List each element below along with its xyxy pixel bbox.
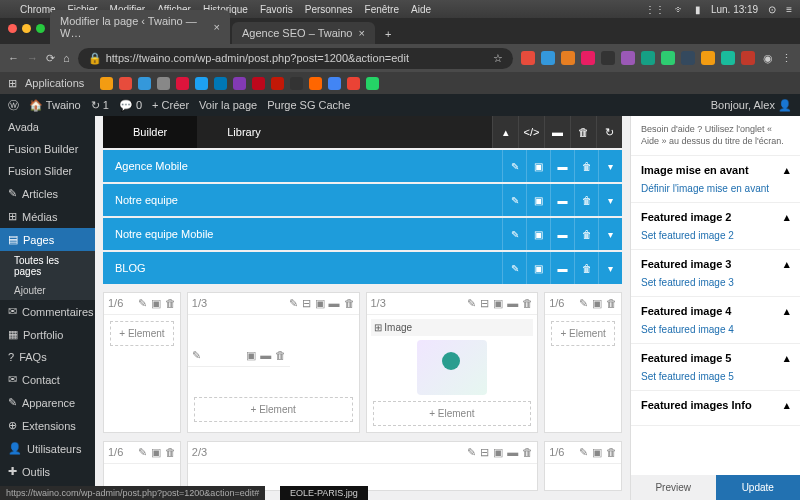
- siri-icon[interactable]: ≡: [786, 4, 792, 15]
- browser-tab[interactable]: Agence SEO – Twaino×: [232, 22, 375, 44]
- sidebar-item[interactable]: ✎Articles: [0, 182, 95, 205]
- box-title[interactable]: Featured image 5▴: [641, 352, 790, 365]
- box-title[interactable]: Featured image 4▴: [641, 305, 790, 318]
- new-link[interactable]: + Créer: [152, 99, 189, 111]
- new-tab-button[interactable]: +: [377, 24, 399, 44]
- set-image-link[interactable]: Set featured image 2: [641, 230, 734, 241]
- sidebar-item[interactable]: Fusion Builder: [0, 138, 95, 160]
- builder-row[interactable]: Notre equipe✎▣▬🗑▾: [103, 184, 622, 216]
- tab-builder[interactable]: Builder: [103, 116, 197, 148]
- builder-row[interactable]: Agence Mobile✎▣▬🗑▾: [103, 150, 622, 182]
- menu-item[interactable]: Aide: [411, 4, 431, 15]
- ext-icon[interactable]: [621, 51, 635, 65]
- browser-tab[interactable]: Modifier la page ‹ Twaino — W…×: [50, 10, 230, 44]
- toggle-icon[interactable]: ▾: [598, 218, 622, 250]
- clone-icon[interactable]: ▣: [315, 297, 325, 310]
- trash-icon[interactable]: 🗑: [344, 297, 355, 310]
- sidebar-item[interactable]: ?FAQs: [0, 346, 95, 368]
- trash-icon[interactable]: 🗑: [606, 297, 617, 310]
- star-icon[interactable]: ☆: [493, 52, 503, 65]
- set-image-link[interactable]: Set featured image 3: [641, 277, 734, 288]
- ext-icon[interactable]: [661, 51, 675, 65]
- clone-icon[interactable]: ▣: [526, 218, 550, 250]
- purge-cache-link[interactable]: Purge SG Cache: [267, 99, 350, 111]
- trash-icon[interactable]: 🗑: [165, 297, 176, 310]
- ext-icon[interactable]: [581, 51, 595, 65]
- save-icon[interactable]: ▬: [550, 252, 574, 284]
- add-element-button[interactable]: + Element: [110, 321, 174, 346]
- bookmark-icon[interactable]: [233, 77, 246, 90]
- wifi-icon[interactable]: ᯤ: [675, 4, 685, 15]
- image-element[interactable]: ⊞ Image: [371, 319, 534, 336]
- box-title[interactable]: Featured image 2▴: [641, 211, 790, 224]
- box-title[interactable]: Featured image 3▴: [641, 258, 790, 271]
- ext-icon[interactable]: [741, 51, 755, 65]
- tab-library[interactable]: Library: [197, 116, 291, 148]
- resize-icon[interactable]: ⊟: [480, 446, 489, 459]
- save-icon[interactable]: ▬: [260, 349, 271, 362]
- bookmark-icon[interactable]: [176, 77, 189, 90]
- bookmark-icon[interactable]: [347, 77, 360, 90]
- bookmarks-label[interactable]: Applications: [25, 77, 84, 89]
- chevron-up-icon[interactable]: ▴: [784, 305, 790, 318]
- column[interactable]: 2/3✎⊟▣▬🗑: [187, 441, 538, 491]
- close-tab-icon[interactable]: ×: [214, 21, 220, 33]
- add-element-button[interactable]: + Element: [194, 397, 353, 422]
- column[interactable]: 1/3✎⊟▣▬🗑 ✎▣▬🗑 + Element: [187, 292, 360, 433]
- reload-button[interactable]: ⟳: [46, 52, 55, 65]
- close-window-icon[interactable]: [8, 24, 17, 33]
- sidebar-item[interactable]: Avada: [0, 116, 95, 138]
- sidebar-item[interactable]: Ajouter: [0, 281, 95, 300]
- chevron-up-icon[interactable]: ▴: [784, 399, 790, 412]
- sidebar-item[interactable]: ⊕Extensions: [0, 414, 95, 437]
- edit-icon[interactable]: ✎: [502, 252, 526, 284]
- back-button[interactable]: ←: [8, 52, 19, 64]
- clone-icon[interactable]: ▣: [493, 297, 503, 310]
- sidebar-item[interactable]: ▤Pages: [0, 228, 95, 251]
- trash-icon[interactable]: 🗑: [275, 349, 286, 362]
- edit-icon[interactable]: ✎: [502, 184, 526, 216]
- sidebar-item[interactable]: ✎Apparence: [0, 391, 95, 414]
- clone-icon[interactable]: ▣: [526, 184, 550, 216]
- edit-icon[interactable]: ✎: [579, 446, 588, 459]
- builder-row[interactable]: Notre equipe Mobile✎▣▬🗑▾: [103, 218, 622, 250]
- menu-icon[interactable]: ⋮: [781, 52, 792, 65]
- update-button[interactable]: Update: [716, 475, 801, 500]
- maximize-window-icon[interactable]: [36, 24, 45, 33]
- builder-row[interactable]: BLOG✎▣▬🗑▾: [103, 252, 622, 284]
- chevron-up-icon[interactable]: ▴: [784, 258, 790, 271]
- edit-icon[interactable]: ✎: [502, 150, 526, 182]
- box-title[interactable]: Featured images Info▴: [641, 399, 790, 412]
- toggle-icon[interactable]: ▾: [598, 150, 622, 182]
- view-page-link[interactable]: Voir la page: [199, 99, 257, 111]
- sidebar-item[interactable]: ▦Portfolio: [0, 323, 95, 346]
- edit-icon[interactable]: ✎: [289, 297, 298, 310]
- column[interactable]: 1/6✎▣🗑: [544, 441, 622, 491]
- sidebar-item[interactable]: ✉Commentaires: [0, 300, 95, 323]
- save-icon[interactable]: ▬: [544, 116, 570, 148]
- greeting[interactable]: Bonjour, Alex 👤: [711, 99, 792, 112]
- home-button[interactable]: ⌂: [63, 52, 70, 64]
- trash-icon[interactable]: 🗑: [522, 297, 533, 310]
- add-element-button[interactable]: + Element: [373, 401, 532, 426]
- bookmark-icon[interactable]: [138, 77, 151, 90]
- profile-icon[interactable]: ◉: [763, 52, 773, 65]
- chevron-up-icon[interactable]: ▴: [784, 164, 790, 177]
- sidebar-item[interactable]: ✚Outils: [0, 460, 95, 483]
- collapse-icon[interactable]: ▴: [492, 116, 518, 148]
- set-image-link[interactable]: Set featured image 5: [641, 371, 734, 382]
- save-icon[interactable]: ▬: [550, 184, 574, 216]
- minimize-window-icon[interactable]: [22, 24, 31, 33]
- clone-icon[interactable]: ▣: [493, 446, 503, 459]
- column[interactable]: 1/6✎▣🗑: [103, 441, 181, 491]
- preview-button[interactable]: Preview: [631, 475, 716, 500]
- save-icon[interactable]: ▬: [550, 218, 574, 250]
- wp-logo-icon[interactable]: ⓦ: [8, 98, 19, 113]
- save-icon[interactable]: ▬: [507, 446, 518, 459]
- trash-icon[interactable]: 🗑: [570, 116, 596, 148]
- code-icon[interactable]: </>: [518, 116, 544, 148]
- add-element-button[interactable]: + Element: [551, 321, 615, 346]
- clock[interactable]: Lun. 13:19: [711, 4, 758, 15]
- column[interactable]: 1/6✎▣🗑 + Element: [103, 292, 181, 433]
- sidebar-item[interactable]: Fusion Slider: [0, 160, 95, 182]
